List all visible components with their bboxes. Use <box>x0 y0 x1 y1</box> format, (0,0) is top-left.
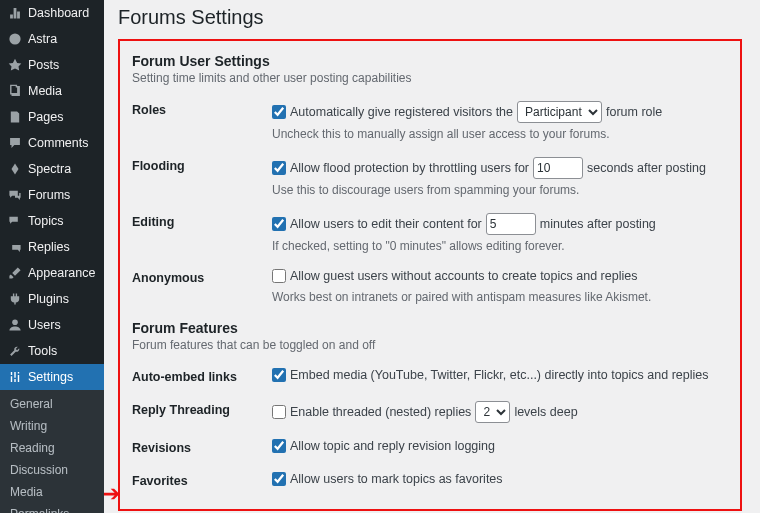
field-label-anonymous: Anonymous <box>132 263 272 314</box>
sidebar-item-label: Posts <box>28 58 59 72</box>
roles-desc: Uncheck this to manually assign all user… <box>272 127 728 141</box>
editing-checkbox[interactable] <box>272 217 286 231</box>
section-heading-features: Forum Features <box>132 320 728 336</box>
sidebar-item-label: Dashboard <box>28 6 89 20</box>
anonymous-checkbox[interactable] <box>272 269 286 283</box>
plugin-icon <box>8 292 22 306</box>
sidebar-item-media[interactable]: Media <box>0 78 104 104</box>
revisions-row: Allow topic and reply revision logging <box>272 439 495 453</box>
sidebar-item-dashboard[interactable]: Dashboard <box>0 0 104 26</box>
pin-icon <box>8 58 22 72</box>
sidebar-item-plugins[interactable]: Plugins <box>0 286 104 312</box>
threading-checkbox[interactable] <box>272 405 286 419</box>
svg-point-1 <box>12 319 18 325</box>
field-label-roles: Roles <box>132 95 272 151</box>
sidebar-item-label: Forums <box>28 188 70 202</box>
field-label-flooding: Flooding <box>132 151 272 207</box>
sidebar-item-label: Settings <box>28 370 73 384</box>
favorites-checkbox[interactable] <box>272 472 286 486</box>
sidebar-item-label: Topics <box>28 214 63 228</box>
settings-form: Forum User Settings Setting time limits … <box>118 39 742 511</box>
admin-sidebar: Dashboard Astra Posts Media Pages Commen… <box>0 0 104 513</box>
settings-icon <box>8 370 22 384</box>
sidebar-item-label: Tools <box>28 344 57 358</box>
settings-submenu: General Writing Reading Discussion Media… <box>0 390 104 513</box>
sidebar-item-astra[interactable]: Astra <box>0 26 104 52</box>
sidebar-item-topics[interactable]: Topics <box>0 208 104 234</box>
editing-row: Allow users to edit their content for mi… <box>272 213 656 235</box>
sidebar-item-settings[interactable]: Settings <box>0 364 104 390</box>
media-icon <box>8 84 22 98</box>
sidebar-item-label: Pages <box>28 110 63 124</box>
field-label-editing: Editing <box>132 207 272 263</box>
threading-text-after: levels deep <box>514 405 577 419</box>
roles-text-before: Automatically give registered visitors t… <box>290 105 513 119</box>
users-icon <box>8 318 22 332</box>
replies-icon <box>8 240 22 254</box>
sidebar-item-label: Appearance <box>28 266 95 280</box>
page-title: Forums Settings <box>118 0 742 39</box>
field-label-revisions: Revisions <box>132 433 272 466</box>
sidebar-item-forums[interactable]: Forums <box>0 182 104 208</box>
sidebar-item-pages[interactable]: Pages <box>0 104 104 130</box>
svg-point-0 <box>9 33 20 44</box>
threading-select[interactable]: 2 <box>475 401 510 423</box>
submenu-item-media[interactable]: Media <box>0 481 104 503</box>
revisions-text: Allow topic and reply revision logging <box>290 439 495 453</box>
submenu-item-permalinks[interactable]: Permalinks <box>0 503 104 513</box>
sidebar-item-label: Users <box>28 318 61 332</box>
roles-text-after: forum role <box>606 105 662 119</box>
anonymous-desc: Works best on intranets or paired with a… <box>272 290 728 304</box>
sidebar-item-label: Spectra <box>28 162 71 176</box>
editing-desc: If checked, setting to "0 minutes" allow… <box>272 239 728 253</box>
section-desc: Forum features that can be toggled on an… <box>132 338 728 352</box>
sidebar-item-tools[interactable]: Tools <box>0 338 104 364</box>
comment-icon <box>8 136 22 150</box>
submenu-item-writing[interactable]: Writing <box>0 415 104 437</box>
flooding-desc: Use this to discourage users from spammi… <box>272 183 728 197</box>
flooding-row: Allow flood protection by throttling use… <box>272 157 706 179</box>
sidebar-item-posts[interactable]: Posts <box>0 52 104 78</box>
forums-icon <box>8 188 22 202</box>
sidebar-item-label: Plugins <box>28 292 69 306</box>
submenu-item-discussion[interactable]: Discussion <box>0 459 104 481</box>
autoembed-text: Embed media (YouTube, Twitter, Flickr, e… <box>290 368 708 382</box>
sidebar-item-replies[interactable]: Replies <box>0 234 104 260</box>
flooding-input[interactable] <box>533 157 583 179</box>
sidebar-item-label: Comments <box>28 136 88 150</box>
section-desc: Setting time limits and other user posti… <box>132 71 728 85</box>
roles-checkbox[interactable] <box>272 105 286 119</box>
sidebar-item-comments[interactable]: Comments <box>0 130 104 156</box>
anonymous-text: Allow guest users without accounts to cr… <box>290 269 637 283</box>
main-content: ➔ Forums Settings Forum User Settings Se… <box>104 0 760 513</box>
sidebar-item-label: Replies <box>28 240 70 254</box>
field-label-threading: Reply Threading <box>132 395 272 433</box>
roles-row: Automatically give registered visitors t… <box>272 101 662 123</box>
flooding-text-before: Allow flood protection by throttling use… <box>290 161 529 175</box>
dashboard-icon <box>8 6 22 20</box>
astra-icon <box>8 32 22 46</box>
autoembed-row: Embed media (YouTube, Twitter, Flickr, e… <box>272 368 708 382</box>
tools-icon <box>8 344 22 358</box>
field-label-favorites: Favorites <box>132 466 272 499</box>
sidebar-item-label: Astra <box>28 32 57 46</box>
favorites-row: Allow users to mark topics as favorites <box>272 472 503 486</box>
favorites-text: Allow users to mark topics as favorites <box>290 472 503 486</box>
roles-select[interactable]: Participant <box>517 101 602 123</box>
sidebar-item-spectra[interactable]: Spectra <box>0 156 104 182</box>
autoembed-checkbox[interactable] <box>272 368 286 382</box>
field-label-autoembed: Auto-embed links <box>132 362 272 395</box>
spectra-icon <box>8 162 22 176</box>
flooding-checkbox[interactable] <box>272 161 286 175</box>
revisions-checkbox[interactable] <box>272 439 286 453</box>
submenu-item-general[interactable]: General <box>0 393 104 415</box>
editing-input[interactable] <box>486 213 536 235</box>
submenu-item-reading[interactable]: Reading <box>0 437 104 459</box>
sidebar-item-appearance[interactable]: Appearance <box>0 260 104 286</box>
sidebar-item-users[interactable]: Users <box>0 312 104 338</box>
editing-text-before: Allow users to edit their content for <box>290 217 482 231</box>
page-icon <box>8 110 22 124</box>
editing-text-after: minutes after posting <box>540 217 656 231</box>
section-heading-user-settings: Forum User Settings <box>132 53 728 69</box>
sidebar-item-label: Media <box>28 84 62 98</box>
